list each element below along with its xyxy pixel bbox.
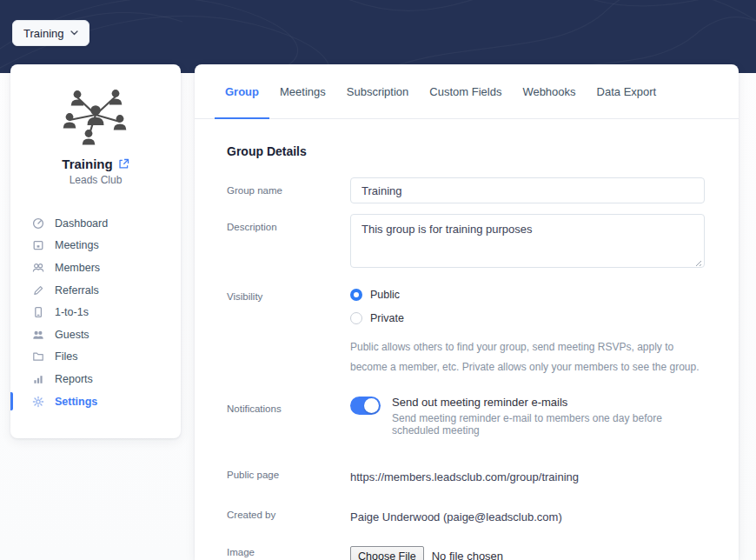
description-textarea[interactable]: This group is for training purposes	[350, 214, 705, 268]
description-label: Description	[227, 214, 350, 232]
choose-file-button[interactable]: Choose File	[350, 546, 424, 560]
form-row-description: Description This group is for training p…	[227, 214, 705, 271]
sidebar-item-label: Referrals	[55, 284, 99, 297]
bar-chart-icon	[32, 373, 44, 385]
sidebar-item-referrals[interactable]: Referrals	[10, 279, 181, 302]
notifications-label: Notifications	[227, 396, 350, 414]
image-label: Image	[227, 546, 350, 557]
one-to-one-icon	[32, 306, 44, 318]
toggle-knob	[364, 398, 379, 413]
tab-data-export[interactable]: Data Export	[596, 64, 658, 118]
sidebar-item-dashboard[interactable]: Dashboard	[10, 212, 181, 235]
sidebar-item-label: Dashboard	[55, 217, 108, 230]
form-row-visibility: Visibility Public Private Public allows …	[227, 283, 705, 377]
sidebar-item-1-to-1s[interactable]: 1-to-1s	[10, 301, 181, 323]
folder-icon	[32, 350, 44, 363]
tab-group[interactable]: Group	[224, 64, 260, 118]
reminder-help-text: Send meeting reminder e-mail to members …	[392, 412, 705, 437]
sidebar-item-label: Meetings	[55, 239, 99, 251]
gear-icon	[32, 396, 44, 408]
contour-pattern	[0, 0, 756, 73]
section-title: Group Details	[227, 144, 705, 158]
public-page-url[interactable]: https://members.leadsclub.com/group/trai…	[350, 470, 579, 483]
sidebar-item-meetings[interactable]: Meetings	[10, 235, 181, 257]
radio-option-private[interactable]: Private	[350, 307, 705, 330]
guests-icon	[32, 329, 44, 341]
sidebar-menu: Dashboard Meetings Members Referrals	[10, 212, 181, 412]
form-row-public-page: Public page https://members.leadsclub.co…	[227, 469, 705, 484]
radio-public-label: Public	[370, 289, 400, 302]
chevron-down-icon	[70, 30, 78, 36]
tab-meetings[interactable]: Meetings	[279, 64, 327, 118]
reminder-toggle[interactable]	[350, 397, 381, 415]
tab-subscription[interactable]: Subscription	[346, 64, 410, 118]
public-page-label: Public page	[227, 469, 350, 480]
people-network-icon	[56, 83, 136, 148]
form-row-group-name: Group name	[227, 177, 705, 203]
gauge-icon	[32, 217, 44, 230]
pencil-icon	[32, 284, 44, 297]
group-name-text: Training	[62, 157, 112, 171]
org-name-text: Leads Club	[10, 174, 181, 186]
settings-tabs: Group Meetings Subscription Custom Field…	[195, 64, 739, 119]
tab-custom-fields[interactable]: Custom Fields	[428, 64, 502, 118]
sidebar-item-label: Reports	[55, 373, 93, 385]
group-name-label: Group name	[227, 177, 350, 196]
form-row-image: Image Choose File No file chosen	[227, 546, 705, 560]
external-link-icon[interactable]	[118, 158, 129, 170]
file-status-text: No file chosen	[432, 550, 503, 560]
sidebar-item-label: 1-to-1s	[55, 306, 89, 318]
radio-public-icon[interactable]	[350, 289, 362, 301]
sidebar-item-files[interactable]: Files	[10, 346, 181, 369]
visibility-label: Visibility	[227, 283, 350, 302]
created-by-value: Paige Underwood (paige@leadsclub.com)	[350, 510, 562, 523]
sidebar-item-label: Guests	[55, 329, 90, 341]
group-switcher-label: Training	[23, 27, 63, 40]
top-navy-band	[0, 0, 756, 73]
sidebar-item-settings[interactable]: Settings	[10, 390, 181, 413]
form-row-notifications: Notifications Send out meeting reminder …	[227, 396, 705, 437]
form-row-created-by: Created by Paige Underwood (paige@leadsc…	[227, 509, 705, 524]
tab-webhooks[interactable]: Webhooks	[521, 64, 576, 118]
members-icon	[32, 262, 44, 274]
group-settings-panel: Group Meetings Subscription Custom Field…	[195, 64, 739, 560]
sidebar-item-reports[interactable]: Reports	[10, 368, 181, 390]
radio-private-icon[interactable]	[350, 312, 362, 324]
radio-option-public[interactable]: Public	[350, 283, 705, 306]
sidebar-item-label: Settings	[55, 396, 97, 408]
group-title-row: Training	[10, 157, 181, 171]
visibility-help-text: Public allows others to find your group,…	[350, 337, 705, 377]
sidebar-item-label: Members	[55, 262, 100, 274]
sidebar-item-label: Files	[55, 350, 77, 363]
calendar-icon	[32, 239, 44, 251]
reminder-toggle-label: Send out meeting reminder e-mails	[392, 396, 705, 409]
group-switcher-button[interactable]: Training	[12, 20, 90, 46]
sidebar-item-guests[interactable]: Guests	[10, 323, 181, 346]
group-name-input[interactable]	[350, 177, 705, 203]
created-by-label: Created by	[227, 509, 350, 520]
radio-private-label: Private	[370, 312, 404, 325]
sidebar-item-members[interactable]: Members	[10, 257, 181, 279]
group-sidebar: Training Leads Club Dashboard Meetings	[10, 64, 181, 438]
